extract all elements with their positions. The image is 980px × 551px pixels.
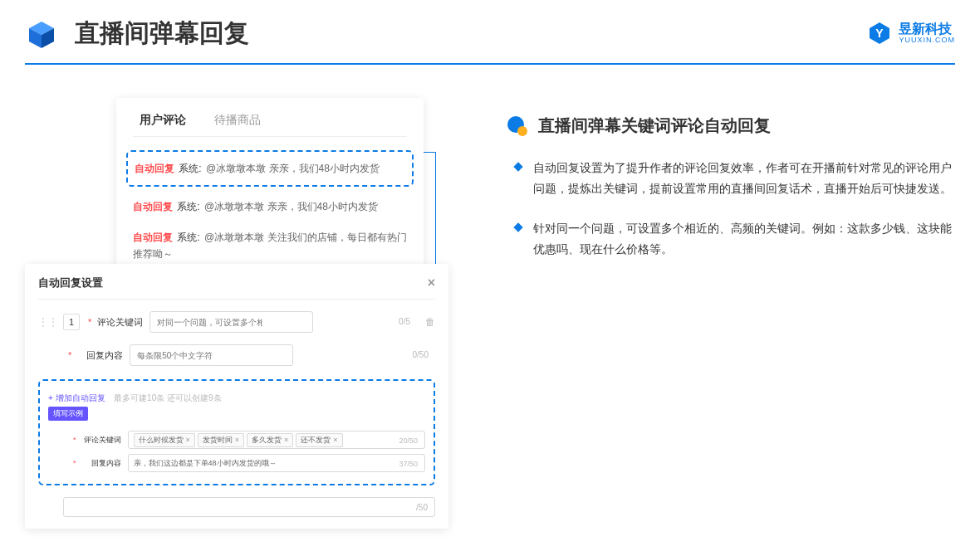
add-reply-link[interactable]: + 增加自动回复 [48,393,105,402]
comment-text: @冰墩墩本墩 关注我们的店铺，每日都有热门推荐呦～ [133,232,407,260]
system-label: 系统: [179,163,201,174]
ex-content-counter: 37/50 [399,455,418,473]
brand-name: 昱新科技 [899,22,955,36]
system-label: 系统: [177,201,199,212]
comment-text: @冰墩墩本墩 亲亲，我们48小时内发货 [204,201,378,212]
required-icon: * [88,317,91,327]
tabs: 用户评论 待播商品 [133,113,407,137]
svg-text:Y: Y [876,27,884,40]
content-input[interactable] [130,344,293,366]
bullet-text: 自动回复设置为了提升作者的评论回复效率，作者可在开播前针对常见的评论用户问题，提… [533,158,955,198]
example-badge: 填写示例 [48,407,88,421]
bullet-item: 自动回复设置为了提升作者的评论回复效率，作者可在开播前针对常见的评论用户问题，提… [515,158,955,198]
system-label: 系统: [177,232,199,243]
tag-chip[interactable]: 发货时间× [198,433,244,447]
comment-row-highlighted: 自动回复 系统: @冰墩墩本墩 亲亲，我们48小时内发货 [126,150,414,187]
drag-handle-icon[interactable]: ⋮⋮ [38,316,58,328]
content-counter: 0/50 [413,344,429,366]
ex-kw-counter: 20/50 [399,432,418,450]
diamond-icon [513,162,522,171]
comment-row: 自动回复 系统: @冰墩墩本墩 亲亲，我们48小时内发货 [133,192,407,222]
cube-icon [25,17,58,51]
settings-panel: 自动回复设置 × ⋮⋮ 1 * 评论关键词 0/5 🗑 * 回复内容 0 [25,264,448,529]
comment-text: @冰墩墩本墩 亲亲，我们48小时内发货 [206,163,380,174]
extra-counter: /50 [416,498,428,518]
example-block: + 增加自动回复 最多可建10条 还可以创建9条 填写示例 * 评论关键词 什么… [38,379,435,485]
ex-keyword-input[interactable]: 什么时候发货× 发货时间× 多久发货× 还不发货× 20/50 [128,431,425,449]
delete-icon[interactable]: 🗑 [425,316,435,328]
ex-keyword-label: 评论关键词 [80,435,121,446]
tab-user-comments[interactable]: 用户评论 [133,113,193,136]
brand-url: YUUXIN.COM [899,36,955,44]
bullet-item: 针对同一个问题，可设置多个相近的、高频的关键词。例如：这款多少钱、这块能优惠吗、… [515,218,955,259]
chat-bubble-icon [507,115,528,137]
page-title: 直播间弹幕回复 [75,17,249,51]
settings-title: 自动回复设置 [38,276,103,290]
required-icon: * [73,436,76,444]
svg-point-6 [517,126,527,136]
comment-row: 自动回复 系统: @冰墩墩本墩 关注我们的店铺，每日都有热门推荐呦～ [133,222,407,270]
section-title: 直播间弹幕关键词评论自动回复 [538,115,771,137]
extra-input[interactable]: /50 [63,497,435,517]
ex-content-label: 回复内容 [80,458,121,469]
keyword-input[interactable] [149,311,313,333]
tag-chip[interactable]: 还不发货× [296,433,342,447]
brand-logo: Y 昱新科技 YUUXIN.COM [867,21,955,46]
auto-reply-tag: 自动回复 [133,232,173,243]
diamond-icon [513,222,522,232]
order-number: 1 [63,314,80,330]
required-icon: * [73,459,76,467]
auto-reply-tag: 自动回复 [133,201,173,212]
required-icon: * [68,350,71,360]
tag-chip[interactable]: 什么时候发货× [134,433,195,447]
tag-chip[interactable]: 多久发货× [247,433,293,447]
comments-panel: 用户评论 待播商品 自动回复 系统: @冰墩墩本墩 亲亲，我们48小时内发货 自… [116,98,424,285]
content-label: 回复内容 [75,349,123,362]
keyword-counter: 0/5 [399,311,410,333]
keyword-label: 评论关键词 [95,316,143,329]
auto-reply-tag: 自动回复 [135,163,174,174]
ex-content-input[interactable]: 亲，我们这边都是下单48小时内发货的哦～ 37/50 [128,454,425,472]
bullet-text: 针对同一个问题，可设置多个相近的、高频的关键词。例如：这款多少钱、这块能优惠吗、… [533,218,955,259]
close-icon[interactable]: × [428,276,435,290]
tab-pending-products[interactable]: 待播商品 [208,113,267,136]
add-hint: 最多可建10条 还可以创建9条 [114,393,221,402]
